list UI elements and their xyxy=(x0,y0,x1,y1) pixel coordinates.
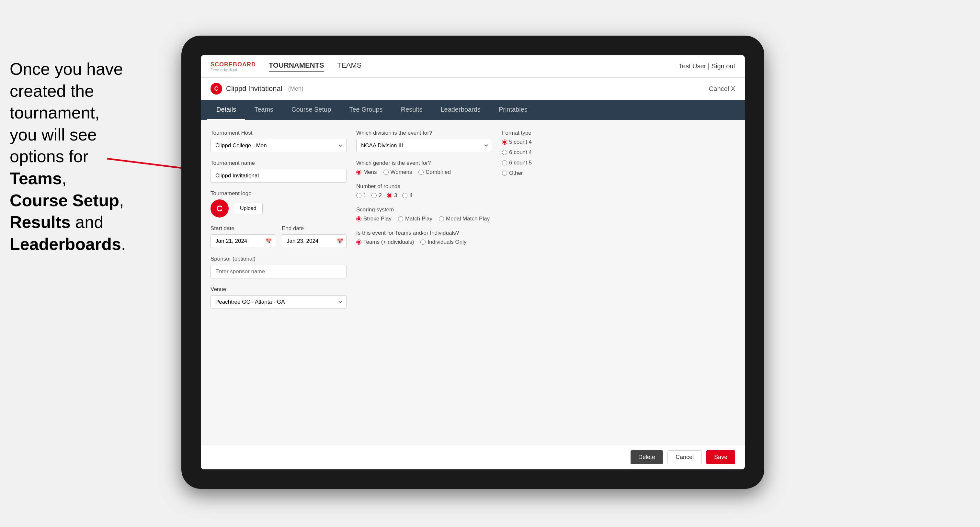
text-line3: tournament, xyxy=(10,103,100,122)
rounds-2-radio[interactable] xyxy=(371,193,377,198)
venue-select[interactable]: Peachtree GC - Atlanta - GA xyxy=(210,295,347,308)
scoring-match-option[interactable]: Match Play xyxy=(398,216,432,222)
start-date-wrapper: 📅 xyxy=(210,234,275,248)
rounds-3-radio[interactable] xyxy=(387,193,392,198)
tournament-header: C Clippd Invitational (Men) Cancel X xyxy=(201,78,745,100)
save-button[interactable]: Save xyxy=(706,450,735,464)
division-group: Which division is the event for? NCAA Di… xyxy=(356,130,492,152)
logo-text: SCOREBOARD xyxy=(210,61,256,68)
dates-group: Start date 📅 End date 📅 xyxy=(210,225,347,248)
nav-links: TOURNAMENTS TEAMS xyxy=(269,61,679,71)
rounds-2-option[interactable]: 2 xyxy=(371,192,382,199)
format-other-option[interactable]: Other xyxy=(502,170,612,176)
scoring-medal-match-option[interactable]: Medal Match Play xyxy=(439,216,490,222)
venue-group: Venue Peachtree GC - Atlanta - GA xyxy=(210,286,347,308)
action-bar: Delete Cancel Save xyxy=(201,445,745,469)
venue-label: Venue xyxy=(210,286,347,293)
rounds-1-radio[interactable] xyxy=(356,193,361,198)
tournament-icon: C xyxy=(210,83,222,95)
tab-tee-groups[interactable]: Tee Groups xyxy=(340,100,391,120)
rounds-1-option[interactable]: 1 xyxy=(356,192,366,199)
logo-upload-area: C Upload xyxy=(210,199,347,217)
format-radio-group: 5 count 4 6 count 4 6 count 5 xyxy=(502,139,612,176)
tournament-name-input[interactable] xyxy=(210,169,347,183)
teams-radio-group: Teams (+Individuals) Individuals Only xyxy=(356,239,492,245)
gender-combined-option[interactable]: Combined xyxy=(418,169,451,175)
form-col-middle: Which division is the event for? NCAA Di… xyxy=(356,130,492,316)
individuals-only-option[interactable]: Individuals Only xyxy=(420,239,466,245)
gender-radio-group: Mens Womens Combined xyxy=(356,169,492,175)
form-content: Tournament Host Clippd College - Men Tou… xyxy=(201,120,745,326)
rounds-4-radio[interactable] xyxy=(402,193,407,198)
format-5count4-option[interactable]: 5 count 4 xyxy=(502,139,612,145)
gender-combined-radio[interactable] xyxy=(418,170,423,175)
format-group: Format type 5 count 4 6 count 4 xyxy=(502,130,612,176)
tournament-host-group: Tournament Host Clippd College - Men xyxy=(210,130,347,152)
text-coursesetup-bold: Course Setup xyxy=(10,191,119,210)
end-date-wrapper: 📅 xyxy=(282,234,347,248)
division-label: Which division is the event for? xyxy=(356,130,492,136)
nav-teams[interactable]: TEAMS xyxy=(337,61,362,71)
scoring-label: Scoring system xyxy=(356,206,492,213)
division-select[interactable]: NCAA Division III xyxy=(356,139,492,152)
scoring-stroke-radio[interactable] xyxy=(356,216,361,221)
text-teams-bold: Teams xyxy=(10,169,62,188)
scoring-medal-match-radio[interactable] xyxy=(439,216,444,221)
scoring-stroke-option[interactable]: Stroke Play xyxy=(356,216,391,222)
sponsor-input[interactable] xyxy=(210,265,347,278)
tab-leaderboards[interactable]: Leaderboards xyxy=(431,100,489,120)
format-label: Format type xyxy=(502,130,612,136)
tablet-frame: SCOREBOARD Powered by clippd TOURNAMENTS… xyxy=(181,36,764,489)
tournament-title: Clippd Invitational xyxy=(226,84,282,93)
gender-mens-radio[interactable] xyxy=(356,170,361,175)
teams-plus-individuals-option[interactable]: Teams (+Individuals) xyxy=(356,239,414,245)
delete-button[interactable]: Delete xyxy=(630,450,663,464)
format-other-radio[interactable] xyxy=(502,171,507,176)
format-6count4-option[interactable]: 6 count 4 xyxy=(502,149,612,156)
individuals-only-radio[interactable] xyxy=(420,240,426,245)
gender-womens-radio[interactable] xyxy=(383,170,389,175)
logo-area: SCOREBOARD Powered by clippd xyxy=(210,61,256,71)
end-date-group: End date 📅 xyxy=(282,225,347,248)
format-6count4-radio[interactable] xyxy=(502,150,507,155)
tab-course-setup[interactable]: Course Setup xyxy=(282,100,340,120)
text-line4: you will see xyxy=(10,125,97,144)
cancel-header-button[interactable]: Cancel X xyxy=(709,85,735,92)
start-date-label: Start date xyxy=(210,225,275,232)
start-date-group: Start date 📅 xyxy=(210,225,275,248)
cancel-button[interactable]: Cancel xyxy=(668,450,702,464)
rounds-label: Number of rounds xyxy=(356,183,492,190)
nav-tournaments[interactable]: TOURNAMENTS xyxy=(269,61,324,71)
user-area[interactable]: Test User | Sign out xyxy=(679,62,735,70)
tab-details[interactable]: Details xyxy=(207,100,245,120)
tab-printables[interactable]: Printables xyxy=(490,100,537,120)
text-results-bold: Results xyxy=(10,213,71,232)
tab-teams[interactable]: Teams xyxy=(245,100,282,120)
teams-plus-individuals-radio[interactable] xyxy=(356,240,361,245)
logo-sub: Powered by clippd xyxy=(210,68,256,71)
instructional-text: Once you have created the tournament, yo… xyxy=(0,52,156,262)
text-leaderboards-bold: Leaderboards xyxy=(10,235,121,254)
gender-womens-option[interactable]: Womens xyxy=(383,169,412,175)
tournament-host-select[interactable]: Clippd College - Men xyxy=(210,139,347,152)
rounds-3-option[interactable]: 3 xyxy=(387,192,397,199)
tournament-logo-label: Tournament logo xyxy=(210,190,347,197)
sponsor-label: Sponsor (optional) xyxy=(210,256,347,262)
tab-results[interactable]: Results xyxy=(392,100,432,120)
rounds-radio-group: 1 2 3 4 xyxy=(356,192,492,199)
upload-button[interactable]: Upload xyxy=(234,203,262,214)
user-signin[interactable]: Test User | Sign out xyxy=(679,62,735,70)
gender-label: Which gender is the event for? xyxy=(356,160,492,167)
tournament-name-group: Tournament name xyxy=(210,160,347,183)
form-col-right: Format type 5 count 4 6 count 4 xyxy=(502,130,612,316)
format-6count5-radio[interactable] xyxy=(502,160,507,165)
text-line1: Once you have xyxy=(10,60,123,78)
scoring-match-radio[interactable] xyxy=(398,216,403,221)
tournament-name-header: C Clippd Invitational (Men) xyxy=(210,83,304,95)
rounds-4-option[interactable]: 4 xyxy=(402,192,412,199)
format-6count5-option[interactable]: 6 count 5 xyxy=(502,160,612,166)
scoring-radio-group: Stroke Play Match Play Medal Match Play xyxy=(356,216,492,222)
gender-mens-option[interactable]: Mens xyxy=(356,169,377,175)
format-5count4-radio[interactable] xyxy=(502,140,507,145)
teams-label: Is this event for Teams and/or Individua… xyxy=(356,230,492,236)
